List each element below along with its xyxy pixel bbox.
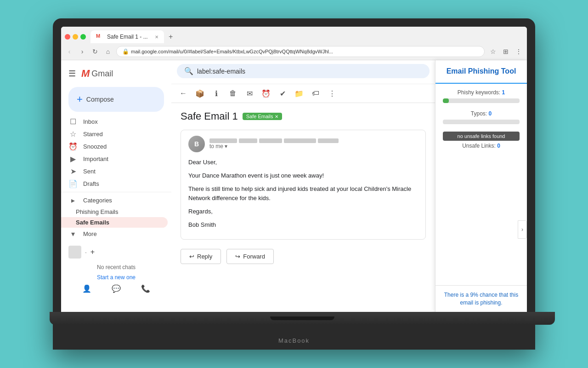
unsafe-links-label-text: Unsafe Links: — [462, 143, 496, 149]
panel-title: Email Phishing Tool — [443, 67, 520, 76]
back-to-inbox-button[interactable]: ← — [177, 87, 190, 100]
email-closing: Regards, — [188, 207, 418, 217]
new-tab-button[interactable]: + — [165, 31, 176, 43]
minimize-traffic-light[interactable] — [73, 34, 78, 40]
forward-button[interactable]: › — [78, 47, 87, 56]
sidebar-more-label: More — [83, 230, 97, 237]
sidebar-item-more[interactable]: ▾ More — [61, 228, 168, 240]
phishy-keywords-value: 1 — [502, 89, 505, 96]
panel-header: Email Phishing Tool — [435, 60, 527, 84]
sidebar-item-sent[interactable]: ➤ Sent — [61, 165, 168, 178]
sidebar-snoozed-label: Snoozed — [83, 143, 107, 150]
traffic-lights — [65, 34, 86, 40]
sidebar-phishing-label: Phishing Emails — [76, 208, 119, 215]
sidebar-item-drafts[interactable]: 📄 Drafts — [61, 178, 168, 190]
typos-metric: Typos: 0 — [443, 110, 520, 124]
email-from: B to me — [188, 136, 418, 152]
menu-icon[interactable]: ⋮ — [514, 47, 523, 56]
sidebar-item-phishing[interactable]: Phishing Emails — [61, 207, 168, 217]
gmail-logo-m: M — [81, 68, 90, 80]
mark-unread-button[interactable]: ✉ — [243, 87, 256, 100]
move-button[interactable]: 📁 — [293, 87, 305, 100]
snooze-button[interactable]: ⏰ — [260, 87, 272, 100]
extension-puzzle-icon[interactable]: ⊞ — [501, 47, 510, 56]
chat-start-link[interactable]: Start a new one — [65, 274, 168, 281]
sidebar-item-starred[interactable]: ☆ Starred — [61, 128, 168, 140]
archive-button[interactable]: 📦 — [193, 87, 206, 100]
back-button[interactable]: ‹ — [65, 47, 74, 56]
more-options-button[interactable]: ⋮ — [326, 87, 339, 100]
forward-button[interactable]: ↪ Forward — [226, 249, 274, 264]
chat-avatar — [68, 246, 81, 259]
compose-plus-icon: + — [77, 93, 83, 105]
browser-chrome: M Safe Email 1 - ... ✕ + ‹ › ↻ ⌂ 🔒 mail.… — [61, 27, 527, 60]
sidebar-categories-label: Categories — [83, 197, 112, 204]
sidebar-item-safe-emails[interactable]: Safe Emails — [61, 217, 168, 228]
delete-button[interactable]: 🗑 — [226, 87, 239, 100]
label-remove-icon[interactable]: ✕ — [275, 114, 278, 119]
phishy-keywords-label-text: Phishy keywords: — [458, 89, 500, 96]
name-block-1 — [209, 138, 237, 143]
home-button[interactable]: ⌂ — [103, 47, 113, 56]
forward-icon: ↪ — [235, 253, 240, 260]
chat-people-icon[interactable]: 👤 — [82, 284, 91, 293]
reply-button[interactable]: ↩ Reply — [181, 249, 221, 264]
inbox-icon: ☐ — [68, 117, 78, 126]
sent-icon: ➤ — [68, 167, 78, 176]
phishy-keywords-progress-fill — [443, 98, 449, 103]
email-toolbar: ← 📦 ℹ 🗑 ✉ ⏰ ✔ 📁 🏷 ⋮ — [171, 84, 435, 103]
gmail-favicon: M — [96, 33, 103, 40]
name-block-4 — [284, 138, 316, 143]
name-block-5 — [318, 138, 339, 143]
phishing-panel: Email Phishing Tool Phishy keywords: 1 — [435, 60, 527, 312]
fullscreen-traffic-light[interactable] — [80, 34, 86, 40]
address-bar[interactable]: 🔒 mail.google.com/mail/u/0/#label/Safe+E… — [116, 46, 485, 57]
email-sender-name: Bob Smith — [188, 220, 418, 230]
email-greeting: Dear User, — [188, 158, 418, 167]
label-button[interactable]: 🏷 — [309, 87, 322, 100]
typos-label-text: Typos: — [471, 110, 487, 117]
email-actions: ↩ Reply ↪ Forward — [181, 249, 426, 264]
tasks-button[interactable]: ✔ — [276, 87, 289, 100]
snooze-icon: ⏰ — [68, 142, 78, 151]
expand-panel-button[interactable]: › — [518, 220, 527, 239]
email-to-label[interactable]: to me ▾ — [209, 143, 418, 150]
laptop-screen: M Safe Email 1 - ... ✕ + ‹ › ↻ ⌂ 🔒 mail.… — [61, 27, 527, 312]
email-body: Dear User, Your Dance Marathon event is … — [188, 158, 418, 230]
label-badge-text: Safe Emails — [246, 114, 273, 119]
bookmark-icon[interactable]: ☆ — [488, 47, 498, 56]
sidebar-item-important[interactable]: ▶ Important — [61, 153, 168, 165]
hamburger-icon[interactable]: ☰ — [68, 69, 76, 79]
search-bar[interactable]: 🔍 label:safe-emails — [177, 64, 430, 78]
tab-title: Safe Email 1 - ... — [107, 34, 148, 40]
unsafe-links-tooltip: no unsafe links found — [443, 132, 520, 141]
reply-icon: ↩ — [189, 253, 194, 260]
chat-phone-icon[interactable]: 📞 — [141, 284, 150, 293]
unsafe-links-value: 0 — [497, 143, 500, 149]
tab-close-icon[interactable]: ✕ — [155, 34, 158, 40]
email-message-container: B to me — [181, 130, 426, 240]
sidebar-safe-emails-label: Safe Emails — [76, 219, 109, 226]
chat-section: - + No recent chats Start a new one 👤 💬 … — [61, 240, 171, 300]
to-me-text: to me — [209, 143, 223, 150]
laptop-base — [50, 312, 555, 325]
sidebar-drafts-label: Drafts — [83, 180, 99, 187]
email-subject-row: Safe Email 1 Safe Emails ✕ — [181, 110, 426, 122]
active-tab[interactable]: M Safe Email 1 - ... ✕ — [90, 30, 164, 43]
sidebar-inbox-label: Inbox — [83, 118, 98, 125]
close-traffic-light[interactable] — [65, 34, 70, 40]
search-input[interactable]: label:safe-emails — [197, 68, 422, 75]
sidebar-item-inbox[interactable]: ☐ Inbox — [61, 115, 168, 128]
search-icon: 🔍 — [184, 67, 193, 75]
chat-dash: - — [85, 249, 87, 255]
typos-value: 0 — [489, 110, 492, 117]
phishy-keywords-metric: Phishy keywords: 1 — [443, 89, 520, 103]
sidebar-item-categories[interactable]: ▸ Categories — [61, 194, 168, 207]
chat-add-icon[interactable]: + — [90, 248, 95, 256]
sidebar-item-snoozed[interactable]: ⏰ Snoozed — [61, 140, 168, 153]
compose-button[interactable]: + Compose — [68, 87, 164, 112]
info-button[interactable]: ℹ — [210, 87, 223, 100]
refresh-button[interactable]: ↻ — [90, 47, 100, 56]
name-block-3 — [259, 138, 282, 143]
chat-bubble-icon[interactable]: 💬 — [112, 284, 121, 293]
